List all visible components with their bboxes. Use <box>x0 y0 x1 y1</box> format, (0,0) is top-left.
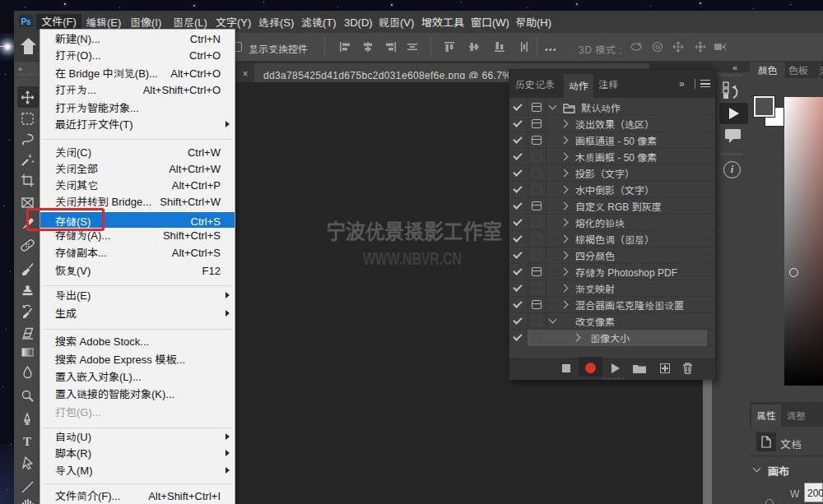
svg-text:T: T <box>23 435 31 448</box>
